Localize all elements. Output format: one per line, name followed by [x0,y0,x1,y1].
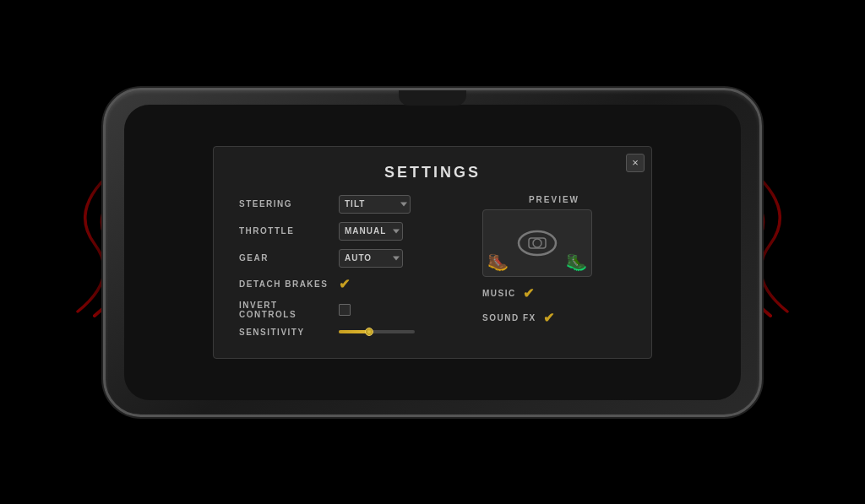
controller-preview-icon [514,228,561,257]
phone-body: × SETTINGS STEERING TILT TOUCH [103,88,762,417]
invert-controls-row: INVERT CONTROLS [239,301,465,319]
steering-dropdown-wrapper: TILT TOUCH JOYSTICK [339,195,411,214]
throttle-select[interactable]: MANUAL AUTO [339,222,403,241]
steering-row: STEERING TILT TOUCH JOYSTICK [239,195,465,214]
settings-dialog: × SETTINGS STEERING TILT TOUCH [213,146,652,359]
detach-brakes-checkmark[interactable]: ✔ [339,276,350,292]
phone-wrapper: × SETTINGS STEERING TILT TOUCH [69,71,796,434]
invert-controls-label: INVERT CONTROLS [239,301,332,319]
close-icon: × [632,156,639,169]
sound-fx-checkmark[interactable]: ✔ [543,310,554,326]
settings-title: SETTINGS [239,164,626,182]
shoe-right-icon: 🥾 [566,252,587,272]
gear-label: GEAR [239,253,332,263]
settings-right-column: PREVIEW 🥾 [482,195,626,337]
sound-fx-row: SOUND FX ✔ [482,310,626,326]
sensitivity-label: SENSITIVITY [239,328,332,337]
sensitivity-row: SENSITIVITY [239,328,465,337]
settings-body: STEERING TILT TOUCH JOYSTICK [239,195,626,337]
detach-brakes-label: DETACH BRAKES [239,279,332,289]
phone-button-left-mid [103,192,105,225]
sound-fx-label: SOUND FX [482,313,536,322]
phone-button-left-bot [103,234,105,268]
music-label: MUSIC [482,289,516,298]
preview-box: 🥾 🥾 [482,209,592,277]
music-row: MUSIC ✔ [482,285,626,301]
shoe-left-icon: 🥾 [487,252,509,272]
invert-controls-checkbox[interactable] [339,304,351,316]
svg-rect-1 [529,238,546,248]
svg-point-2 [533,239,541,247]
preview-label: PREVIEW [482,195,626,204]
gear-select[interactable]: AUTO MANUAL [339,249,403,268]
steering-label: STEERING [239,199,332,209]
phone-screen: × SETTINGS STEERING TILT TOUCH [124,105,741,400]
detach-brakes-row: DETACH BRAKES ✔ [239,276,465,292]
phone-button-left-top [103,158,105,183]
close-button[interactable]: × [626,154,645,172]
svg-point-0 [519,231,556,255]
throttle-label: THROTTLE [239,226,332,236]
phone-button-right [760,192,762,238]
sensitivity-slider-thumb[interactable] [365,328,373,336]
phone-notch [399,90,466,106]
throttle-dropdown-wrapper: MANUAL AUTO [339,222,403,241]
throttle-row: THROTTLE MANUAL AUTO [239,222,465,241]
sensitivity-slider-track[interactable] [339,330,415,333]
settings-left-column: STEERING TILT TOUCH JOYSTICK [239,195,465,337]
gear-dropdown-wrapper: AUTO MANUAL [339,249,403,268]
gear-row: GEAR AUTO MANUAL [239,249,465,268]
steering-select[interactable]: TILT TOUCH JOYSTICK [339,195,411,214]
music-checkmark[interactable]: ✔ [523,285,534,301]
preview-content: 🥾 🥾 [483,210,591,276]
